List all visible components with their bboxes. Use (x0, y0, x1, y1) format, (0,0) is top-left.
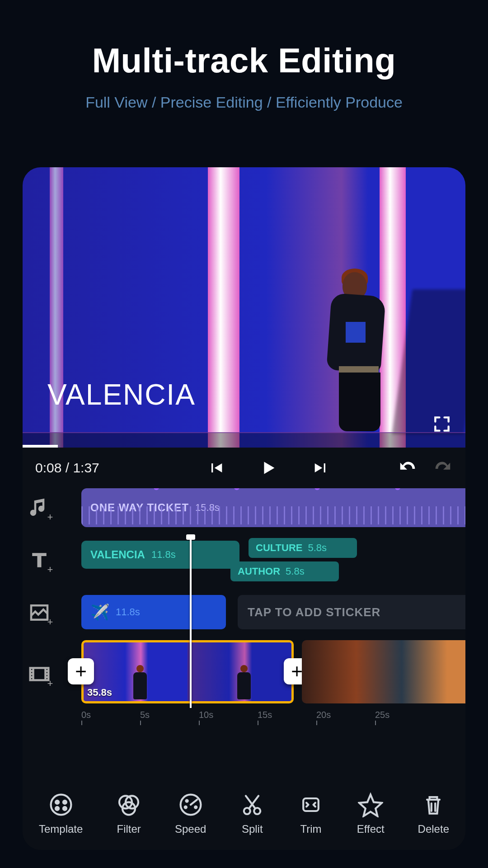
text-chip-title: AUTHOR (238, 566, 280, 577)
waveform (81, 506, 465, 524)
tool-label: Effect (357, 823, 385, 835)
ruler-tick: 25s (375, 710, 389, 720)
video-preview[interactable]: VALENCIA (23, 167, 465, 448)
star-icon (358, 792, 383, 817)
video-clip-selected[interactable]: 35.8s (81, 640, 294, 703)
filter-button[interactable]: Filter (116, 792, 141, 835)
template-icon (48, 792, 74, 817)
ruler-tick: 20s (316, 710, 331, 720)
add-sticker-button[interactable]: + (27, 600, 52, 625)
trim-icon (298, 792, 324, 817)
tool-label: Filter (117, 823, 141, 835)
playhead[interactable] (190, 535, 192, 708)
bottom-toolbar: Template Filter Speed Split Trim Effect … (23, 778, 465, 850)
hero-subtitle: Full View / Precise Editing / Efficientl… (0, 94, 488, 111)
editor-panel: VALENCIA 0:08 / 1:37 (23, 167, 465, 850)
music-track[interactable]: + ONE WAY TICKET 15.8s (81, 488, 465, 527)
scissors-icon (239, 792, 265, 817)
sticker-clip[interactable]: ✈️ 11.8s (81, 595, 226, 629)
ruler-tick: 0s (81, 710, 91, 720)
split-button[interactable]: Split (239, 792, 265, 835)
music-clip[interactable]: ONE WAY TICKET 15.8s (81, 488, 465, 527)
skip-previous-icon (207, 459, 225, 477)
tool-label: Split (242, 823, 263, 835)
redo-icon (432, 458, 453, 478)
timecode: 0:08 / 1:37 (35, 460, 139, 476)
svg-point-4 (63, 807, 66, 810)
beat-markers (81, 488, 465, 491)
ruler-tick: 10s (199, 710, 213, 720)
video-clip-duration: 35.8s (87, 687, 112, 698)
current-time: 0:08 (35, 460, 61, 475)
text-chip-duration: 5.8s (286, 566, 305, 577)
svg-point-10 (186, 800, 188, 802)
time-separator: / (61, 460, 73, 475)
add-sticker-hint[interactable]: TAP TO ADD STICKER (238, 595, 465, 629)
svg-point-11 (195, 807, 197, 808)
svg-rect-14 (303, 798, 319, 811)
sticker-clip-duration: 11.8s (116, 606, 140, 618)
prev-button[interactable] (206, 458, 226, 478)
plus-icon: + (45, 565, 55, 575)
speed-button[interactable]: Speed (175, 792, 206, 835)
text-clip-title: VALENCIA (90, 548, 145, 561)
text-chip[interactable]: AUTHOR 5.8s (230, 561, 339, 581)
sticker-emoji: ✈️ (90, 603, 109, 621)
text-clip-duration: 11.8s (151, 549, 176, 561)
tool-label: Template (39, 823, 83, 835)
tool-label: Delete (418, 823, 449, 835)
text-chip-duration: 5.8s (308, 542, 327, 554)
sticker-track[interactable]: + ✈️ 11.8s TAP TO ADD STICKER (81, 593, 465, 632)
trim-button[interactable]: Trim (298, 792, 324, 835)
add-text-button[interactable]: + (27, 548, 52, 572)
trash-icon (421, 792, 446, 817)
svg-point-3 (56, 807, 59, 810)
redo-button[interactable] (432, 458, 453, 478)
timeline[interactable]: + ONE WAY TICKET 15.8s + VALENCIA 11.8s (23, 488, 465, 708)
video-track[interactable]: + 35.8s + + 0s 5s 10s 15s 20s 25s (81, 640, 465, 708)
text-track[interactable]: + VALENCIA 11.8s CULTURE 5.8s AUTHOR 5.8… (81, 535, 465, 585)
plus-icon: + (45, 679, 55, 689)
svg-point-0 (51, 795, 71, 815)
undo-icon (398, 458, 418, 478)
preview-person (321, 272, 398, 435)
video-clip[interactable] (302, 640, 465, 703)
play-button[interactable] (258, 458, 279, 478)
ruler-tick: 15s (258, 710, 272, 720)
preview-decor (23, 432, 465, 448)
undo-button[interactable] (398, 458, 418, 478)
tool-label: Speed (175, 823, 206, 835)
time-ruler[interactable]: 0s 5s 10s 15s 20s 25s (81, 710, 465, 732)
svg-point-1 (56, 801, 59, 804)
text-chip-title: CULTURE (256, 542, 302, 554)
delete-button[interactable]: Delete (418, 792, 449, 835)
ruler-tick: 5s (140, 710, 150, 720)
total-time: 1:37 (73, 460, 99, 475)
template-button[interactable]: Template (39, 792, 83, 835)
filter-icon (116, 792, 141, 817)
add-clip-before-button[interactable]: + (68, 658, 94, 684)
svg-point-9 (184, 807, 186, 808)
skip-next-icon (312, 459, 330, 477)
preview-progress (23, 445, 58, 448)
text-clip[interactable]: VALENCIA 11.8s (81, 541, 239, 569)
speed-icon (178, 792, 203, 817)
text-chip[interactable]: CULTURE 5.8s (249, 538, 357, 558)
tool-label: Trim (300, 823, 322, 835)
preview-overlay-text: VALENCIA (47, 378, 196, 411)
next-button[interactable] (310, 458, 331, 478)
plus-icon: + (45, 618, 55, 627)
effect-button[interactable]: Effect (357, 792, 385, 835)
svg-point-2 (63, 801, 66, 804)
hero-title: Multi-track Editing (0, 41, 488, 80)
preview-decor (208, 167, 239, 448)
add-music-button[interactable]: + (27, 495, 52, 520)
transport-bar: 0:08 / 1:37 (23, 448, 465, 488)
fullscreen-button[interactable] (432, 414, 452, 434)
plus-icon: + (45, 513, 55, 523)
play-icon (258, 458, 279, 478)
add-video-button[interactable]: + (27, 662, 52, 686)
fullscreen-icon (432, 414, 452, 434)
